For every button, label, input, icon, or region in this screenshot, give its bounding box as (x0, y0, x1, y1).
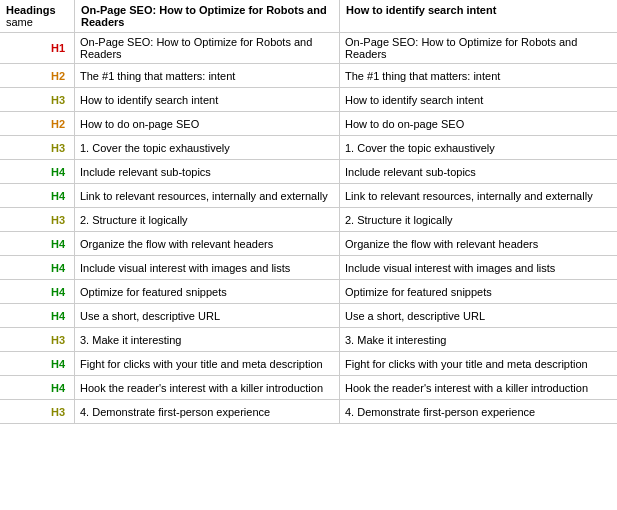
table-row: H4Include visual interest with images an… (0, 256, 617, 280)
heading-right-text: Link to relevant resources, internally a… (340, 184, 617, 207)
heading-badge-h4: H4 (48, 309, 68, 323)
heading-level-col: H4 (0, 280, 75, 303)
heading-level-col: H3 (0, 400, 75, 423)
heading-level-col: H4 (0, 232, 75, 255)
heading-right-text: Hook the reader's interest with a killer… (340, 376, 617, 399)
heading-badge-h3: H3 (48, 333, 68, 347)
heading-level-col: H4 (0, 352, 75, 375)
heading-right-text: On-Page SEO: How to Optimize for Robots … (340, 33, 617, 63)
heading-level-col: H4 (0, 256, 75, 279)
heading-level-col: H2 (0, 112, 75, 135)
heading-badge-h2: H2 (48, 117, 68, 131)
comparison-table: Headings same On-Page SEO: How to Optimi… (0, 0, 617, 424)
heading-right-text: 1. Cover the topic exhaustively (340, 136, 617, 159)
table-row: H1On-Page SEO: How to Optimize for Robot… (0, 33, 617, 64)
heading-level-col: H4 (0, 160, 75, 183)
heading-left-text: Link to relevant resources, internally a… (75, 184, 340, 207)
right-column-header: How to identify search intent (340, 0, 617, 32)
heading-left-text: Optimize for featured snippets (75, 280, 340, 303)
heading-level-col: H4 (0, 304, 75, 327)
heading-right-text: 2. Structure it logically (340, 208, 617, 231)
heading-badge-h3: H3 (48, 141, 68, 155)
table-row: H34. Demonstrate first-person experience… (0, 400, 617, 424)
table-row: H3How to identify search intentHow to id… (0, 88, 617, 112)
left-column-header: On-Page SEO: How to Optimize for Robots … (75, 0, 340, 32)
heading-level-col: H3 (0, 88, 75, 111)
heading-level-col: H3 (0, 328, 75, 351)
heading-right-text: The #1 thing that matters: intent (340, 64, 617, 87)
heading-right-text: Include relevant sub-topics (340, 160, 617, 183)
heading-badge-h4: H4 (48, 381, 68, 395)
heading-left-text: 1. Cover the topic exhaustively (75, 136, 340, 159)
heading-right-text: Optimize for featured snippets (340, 280, 617, 303)
table-row: H2The #1 thing that matters: intentThe #… (0, 64, 617, 88)
heading-right-text: How to do on-page SEO (340, 112, 617, 135)
table-row: H32. Structure it logically2. Structure … (0, 208, 617, 232)
heading-right-text: Fight for clicks with your title and met… (340, 352, 617, 375)
heading-left-text: Include visual interest with images and … (75, 256, 340, 279)
table-row: H4Organize the flow with relevant header… (0, 232, 617, 256)
heading-left-text: Use a short, descriptive URL (75, 304, 340, 327)
heading-right-text: Use a short, descriptive URL (340, 304, 617, 327)
heading-right-text: 4. Demonstrate first-person experience (340, 400, 617, 423)
table-row: H2How to do on-page SEOHow to do on-page… (0, 112, 617, 136)
table-row: H4Hook the reader's interest with a kill… (0, 376, 617, 400)
heading-badge-h3: H3 (48, 93, 68, 107)
heading-right-text: Include visual interest with images and … (340, 256, 617, 279)
heading-level-col: H4 (0, 376, 75, 399)
heading-left-text: On-Page SEO: How to Optimize for Robots … (75, 33, 340, 63)
heading-badge-h2: H2 (48, 69, 68, 83)
heading-left-text: 2. Structure it logically (75, 208, 340, 231)
table-row: H4Link to relevant resources, internally… (0, 184, 617, 208)
heading-level-col: H2 (0, 64, 75, 87)
heading-right-text: How to identify search intent (340, 88, 617, 111)
heading-badge-h3: H3 (48, 213, 68, 227)
heading-right-text: 3. Make it interesting (340, 328, 617, 351)
heading-badge-h1: H1 (48, 41, 68, 55)
table-row: H4Include relevant sub-topicsInclude rel… (0, 160, 617, 184)
heading-left-text: Organize the flow with relevant headers (75, 232, 340, 255)
heading-level-col: H4 (0, 184, 75, 207)
table-row: H4Use a short, descriptive URLUse a shor… (0, 304, 617, 328)
heading-left-text: Hook the reader's interest with a killer… (75, 376, 340, 399)
heading-left-text: How to do on-page SEO (75, 112, 340, 135)
heading-badge-h4: H4 (48, 237, 68, 251)
table-header-row: Headings same On-Page SEO: How to Optimi… (0, 0, 617, 33)
heading-left-text: 4. Demonstrate first-person experience (75, 400, 340, 423)
heading-badge-h4: H4 (48, 357, 68, 371)
heading-left-text: The #1 thing that matters: intent (75, 64, 340, 87)
heading-left-text: Include relevant sub-topics (75, 160, 340, 183)
table-row: H31. Cover the topic exhaustively1. Cove… (0, 136, 617, 160)
table-body: H1On-Page SEO: How to Optimize for Robot… (0, 33, 617, 424)
heading-level-col: H3 (0, 208, 75, 231)
heading-level-col: H3 (0, 136, 75, 159)
heading-badge-h3: H3 (48, 405, 68, 419)
heading-badge-h4: H4 (48, 261, 68, 275)
heading-badge-h4: H4 (48, 165, 68, 179)
table-row: H4Optimize for featured snippetsOptimize… (0, 280, 617, 304)
same-label: same (6, 16, 68, 28)
heading-left-text: Fight for clicks with your title and met… (75, 352, 340, 375)
heading-left-text: How to identify search intent (75, 88, 340, 111)
headings-label: Headings (6, 4, 68, 16)
corner-label: Headings same (0, 0, 75, 32)
heading-badge-h4: H4 (48, 285, 68, 299)
heading-level-col: H1 (0, 33, 75, 63)
table-row: H4Fight for clicks with your title and m… (0, 352, 617, 376)
heading-left-text: 3. Make it interesting (75, 328, 340, 351)
heading-right-text: Organize the flow with relevant headers (340, 232, 617, 255)
heading-badge-h4: H4 (48, 189, 68, 203)
table-row: H33. Make it interesting3. Make it inter… (0, 328, 617, 352)
